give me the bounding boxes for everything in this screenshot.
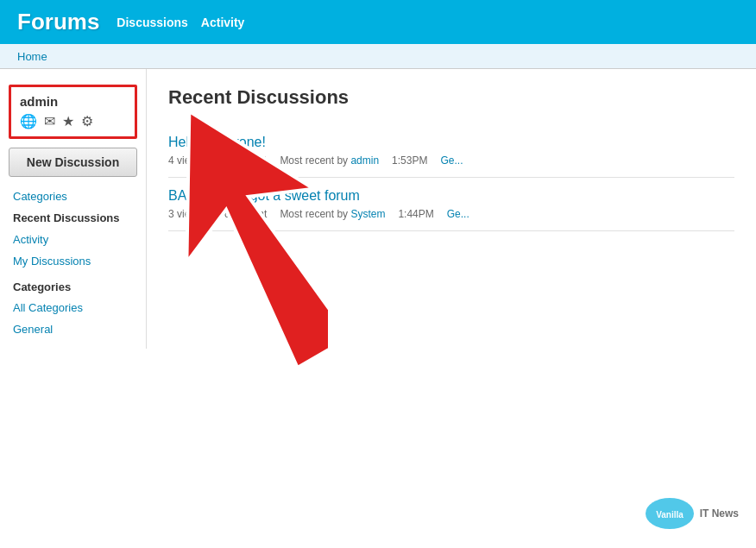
breadcrumb-home[interactable]: Home [17,50,47,63]
globe-icon[interactable]: 🌐 [20,113,37,129]
mail-icon[interactable]: ✉ [44,113,55,129]
sidebar-item-general[interactable]: General [0,318,146,340]
site-title: Forums [17,9,99,35]
sidebar: admin 🌐 ✉ ★ ⚙ New Discussion Categories … [0,69,147,349]
sidebar-item-my-discussions[interactable]: My Discussions [0,250,146,272]
sidebar-item-all-categories[interactable]: All Categories [0,297,146,318]
sidebar-item-categories[interactable]: Categories [0,186,146,207]
watermark: Vanilla IT News [644,496,739,531]
time-1: 1:53PM [392,154,427,167]
admin-box: admin 🌐 ✉ ★ ⚙ [9,85,137,139]
categories-section-title: Categories [0,272,146,297]
breadcrumb: Home [0,44,756,69]
most-recent-label-1: Most recent by admin [280,154,379,167]
time-2: 1:44PM [398,208,433,220]
svg-text:Vanilla: Vanilla [656,510,684,520]
page-wrapper: Forums Discussions Activity Home admin 🌐… [0,0,756,548]
watermark-logo: Vanilla [644,496,696,531]
admin-name: admin [20,94,126,109]
author-link-1[interactable]: admin [350,154,379,167]
comments-1: 1 comment [216,154,267,167]
discussion-title-1[interactable]: Hello Everyone! [168,135,266,149]
sidebar-item-recent-discussions[interactable]: Recent Discussions [0,207,146,229]
settings-icon[interactable]: ⚙ [81,113,93,129]
header-nav: Discussions Activity [117,16,244,29]
watermark-text: IT News [700,507,739,520]
views-2: 3 views [168,208,203,220]
discussion-item-2: BAM! You've got a sweet forum 3 views 1 … [168,178,734,231]
nav-activity[interactable]: Activity [201,16,245,29]
views-1: 4 views [168,154,203,167]
nav-discussions[interactable]: Discussions [117,16,187,29]
comments-2: 1 comment [216,208,267,220]
sidebar-item-activity[interactable]: Activity [0,229,146,250]
category-link-1[interactable]: Ge... [440,154,463,167]
category-link-2[interactable]: Ge... [447,208,469,220]
admin-icons: 🌐 ✉ ★ ⚙ [20,113,126,129]
sidebar-nav: Categories Recent Discussions Activity M… [0,186,146,340]
discussion-meta-2: 3 views 1 comment Most recent by System … [168,208,734,220]
most-recent-label-2: Most recent by System [280,208,385,220]
page-title: Recent Discussions [168,86,734,109]
discussion-title-2[interactable]: BAM! You've got a sweet forum [168,188,360,203]
header: Forums Discussions Activity [0,0,756,44]
author-link-2[interactable]: System [350,208,385,220]
discussion-item-1: Hello Everyone! 4 views 1 comment Most r… [168,124,734,178]
new-discussion-button[interactable]: New Discussion [9,148,137,177]
discussion-meta-1: 4 views 1 comment Most recent by admin 1… [168,154,734,167]
main-layout: admin 🌐 ✉ ★ ⚙ New Discussion Categories … [0,69,756,349]
main-content: Recent Discussions Hello Everyone! 4 vie… [147,69,756,349]
star-icon[interactable]: ★ [62,113,74,129]
